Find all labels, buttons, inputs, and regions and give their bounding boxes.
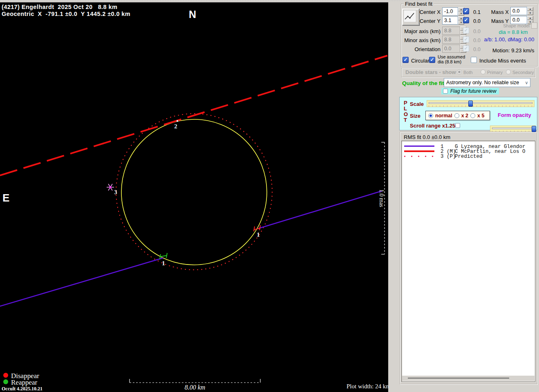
include-miss-checkbox[interactable] <box>471 57 477 63</box>
center-y-label: Center Y <box>405 18 441 24</box>
list-scrollbar[interactable] <box>402 376 535 381</box>
disappear-dot-icon <box>3 373 8 378</box>
quality-value: Astrometry only. No reliable size <box>444 80 523 85</box>
size-label: Size <box>410 113 420 119</box>
minor-axis-label: Minor axis (km) <box>396 37 441 43</box>
flag-review-label: Flag for future review <box>450 88 497 94</box>
size-x5-label: x 5 <box>477 113 484 119</box>
chord2-miss-line <box>0 56 387 175</box>
chord1-swatch-icon <box>404 146 434 147</box>
center-x-input[interactable]: -1.0 <box>442 7 458 16</box>
form-opacity-slider-thumb[interactable] <box>532 126 536 132</box>
chord-list-row[interactable]: 3 (P) Predicted <box>402 154 535 159</box>
double-stars-both-label: Both <box>463 70 473 75</box>
plot-letter-o: O <box>404 111 408 117</box>
chord2-swatch-icon <box>404 150 434 152</box>
mass-x-field[interactable]: 0.0 ▲ ▼ <box>510 7 533 15</box>
sigma-y-value: 0.0 <box>473 18 481 24</box>
occultation-plot[interactable]: 1 1 2 3 (4217) Engelhardt 2025 Oct 20 8.… <box>0 0 388 392</box>
north-label: N <box>189 9 196 20</box>
major-axis-input: 8.8 <box>442 27 460 35</box>
mass-y-field[interactable]: 0.0 ▲ ▼ <box>510 16 533 24</box>
double-stars-primary-radio <box>481 69 485 74</box>
predicted-center-label: 3 <box>114 189 117 195</box>
mass-y-input[interactable]: 0.0 <box>510 16 527 24</box>
double-stars-both-radio <box>457 69 462 74</box>
plot-title-line2: Geocentric X -791.1 ±0.0 Y 1445.2 ±0.0 k… <box>2 11 130 17</box>
sigma-x-checkbox[interactable]: ✓ <box>463 8 469 14</box>
center-x-field[interactable]: -1.0 ▲ ▼ <box>442 7 464 16</box>
circular-label: Circular <box>411 58 429 64</box>
chord1-disappear-label: 1 <box>257 231 260 238</box>
size-radio-group: normal x 2 x 5 <box>425 111 490 120</box>
minor-sigma-checkbox: ✓ <box>463 36 469 43</box>
size-x2-radio[interactable] <box>454 113 459 118</box>
include-miss-label: Include Miss events <box>479 58 526 64</box>
plot-letter-t: T <box>404 117 407 123</box>
scale-slider-thumb[interactable] <box>468 101 473 107</box>
orientation-sigma-value: 0.0 <box>473 46 481 52</box>
orientation-input: 0.0 <box>442 45 460 53</box>
scale-bar <box>130 379 260 383</box>
sigma-x-value: 0.1 <box>473 9 481 15</box>
quality-combobox[interactable]: Astrometry only. No reliable size ∨ <box>444 78 530 87</box>
chord-number: 3 (P) <box>441 154 456 159</box>
shape-model-label: Shape model <box>502 23 530 28</box>
major-axis-label: Major axis (km) <box>396 28 441 34</box>
window-bottom-edge <box>0 0 539 1</box>
minor-axis-input: 8.8 <box>442 36 460 44</box>
size-normal-label: normal <box>435 113 452 119</box>
motion-readout: Motion: 9.23 km/s <box>492 47 535 54</box>
mass-x-input[interactable]: 0.0 <box>510 7 527 15</box>
double-stars-title: Double stars - show <box>405 69 456 75</box>
use-assumed-checkbox[interactable]: ✓ <box>429 57 435 63</box>
plot-controls-panel: P L O T Scale Size normal x 2 x 5 Form o… <box>399 97 537 130</box>
chord2-label: 2 <box>174 123 177 130</box>
spin-up-icon[interactable]: ▲ <box>527 16 533 20</box>
plot-canvas[interactable]: 1 1 2 3 (4217) Engelhardt 2025 Oct 20 8.… <box>0 0 388 392</box>
dia-readout: dia = 8.8 km <box>490 29 536 35</box>
flag-review-checkbox[interactable] <box>443 89 448 94</box>
spin-up-icon[interactable]: ▲ <box>527 7 533 11</box>
shape-model-button[interactable] <box>531 22 537 29</box>
chord1-line-right <box>258 191 382 228</box>
circular-checkbox[interactable]: ✓ <box>403 57 409 63</box>
chord-listbox[interactable]: 1 G Lyzenga, near Glendor 2 (M) C McPart… <box>401 141 535 382</box>
reappear-legend-label: Reappear <box>11 379 38 386</box>
size-x5-radio[interactable] <box>470 113 475 118</box>
asteroid-circle <box>121 119 267 265</box>
major-sigma-value: 0.0 <box>473 28 481 34</box>
plot-title-line1: (4217) Engelhardt 2025 Oct 20 8.8 km <box>2 4 117 10</box>
minor-sigma-value: 0.0 <box>473 37 481 43</box>
center-y-field[interactable]: 3.1 ▲ ▼ <box>442 16 464 25</box>
list-scrollbar-thumb[interactable] <box>408 378 509 379</box>
major-sigma-checkbox: ✓ <box>463 27 469 34</box>
scroll-range-checkbox[interactable] <box>455 123 460 128</box>
occult-fit-window: 1 1 2 3 (4217) Engelhardt 2025 Oct 20 8.… <box>0 0 539 392</box>
version-label: Occult 4.2025.10.21 <box>2 386 42 392</box>
use-assumed-label: Use assumed dia (8.8 km) <box>438 54 471 64</box>
chord2-tangent-marker <box>177 120 178 122</box>
form-opacity-label: Form opacity <box>498 112 531 118</box>
spin-down-icon[interactable]: ▼ <box>527 11 533 15</box>
chevron-down-icon[interactable]: ∨ <box>523 80 530 85</box>
center-y-input[interactable]: 3.1 <box>442 16 458 25</box>
east-label: E <box>2 192 9 204</box>
plot-width-label: Plot width: 24 km <box>347 383 388 390</box>
size-normal-radio[interactable] <box>428 113 433 118</box>
reappear-dot-icon <box>3 379 8 384</box>
double-stars-secondary-radio <box>506 69 511 74</box>
mass-x-spinner[interactable]: ▲ ▼ <box>527 7 533 15</box>
flag-review-row: Flag for future review <box>441 88 499 94</box>
plot-letter-p: P <box>404 100 407 106</box>
predicted-swatch-icon <box>404 156 434 157</box>
scale-slider[interactable] <box>427 100 535 107</box>
orientation-sigma-checkbox: ✓ <box>463 45 469 52</box>
double-stars-secondary-label: Secondary <box>512 70 534 75</box>
mass-x-label: Mass X <box>488 9 509 15</box>
chord1-line-left <box>0 258 163 306</box>
quality-label: Quality of the fit <box>402 80 444 86</box>
sigma-y-checkbox[interactable]: ✓ <box>463 17 469 23</box>
scroll-range-label: Scroll range x1.25 <box>410 123 455 129</box>
chord-station: Predicted <box>455 154 483 159</box>
